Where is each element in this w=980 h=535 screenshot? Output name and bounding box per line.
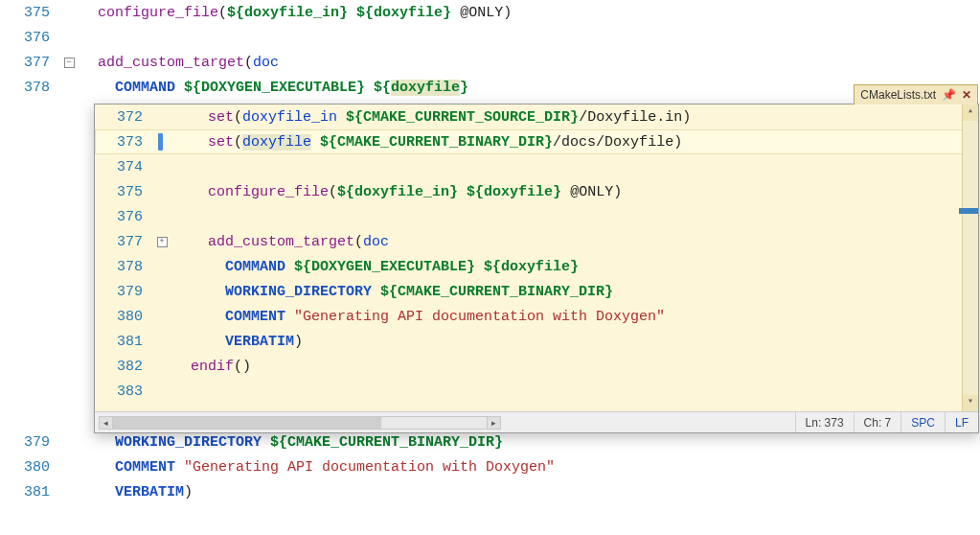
peek-popup: CMakeLists.txt 📌 ✕ 372set(doxyfile_in ${… xyxy=(94,104,979,433)
line-number: 378 xyxy=(0,80,57,96)
line-number: 377 xyxy=(0,55,57,71)
code-token: ( xyxy=(354,234,363,250)
code-token: ) xyxy=(294,334,303,350)
scroll-down-icon[interactable]: ▾ xyxy=(963,395,978,411)
code-line[interactable]: 373set(doxyfile ${CMAKE_CURRENT_BINARY_D… xyxy=(95,129,978,154)
code-token: ( xyxy=(329,184,337,200)
code-token xyxy=(175,80,184,96)
code-token: set xyxy=(208,109,234,126)
code-line[interactable]: 377−add_custom_target(doc xyxy=(0,50,980,75)
code-token: @ONLY) xyxy=(561,184,622,200)
line-number: 380 xyxy=(95,309,150,325)
horizontal-scrollbar[interactable]: ◂ ▸ xyxy=(99,416,501,430)
code-token: VERBATIM xyxy=(225,334,294,350)
code-token: set xyxy=(208,134,234,151)
code-token: doc xyxy=(253,55,279,71)
line-number: 376 xyxy=(0,30,57,46)
fold-gutter: + xyxy=(150,237,173,247)
code-token: ${doxyfile} xyxy=(484,259,579,275)
status-line: Ln: 373 xyxy=(795,412,854,432)
code-line[interactable]: 377+add_custom_target(doc xyxy=(95,229,978,254)
code-token: ${CMAKE_CURRENT_BINARY_DIR} xyxy=(320,134,553,151)
line-number: 377 xyxy=(95,234,150,250)
status-indent[interactable]: SPC xyxy=(900,412,945,432)
code-token: } xyxy=(460,80,468,96)
code-token: ${ xyxy=(374,80,391,96)
code-line[interactable]: 378COMMAND ${DOXYGEN_EXECUTABLE} ${doxyf… xyxy=(0,75,980,100)
code-token: ) xyxy=(184,484,193,500)
code-line[interactable]: 376 xyxy=(0,25,980,50)
code-token xyxy=(175,459,184,476)
code-token: () xyxy=(234,359,251,375)
fold-toggle-icon[interactable]: + xyxy=(157,237,168,247)
status-eol[interactable]: LF xyxy=(945,412,978,432)
code-line[interactable]: 383 xyxy=(95,379,978,404)
code-line[interactable]: 376 xyxy=(95,204,978,229)
code-line[interactable]: 372set(doxyfile_in ${CMAKE_CURRENT_SOURC… xyxy=(95,105,978,129)
line-number: 381 xyxy=(95,334,150,350)
code-token: "Generating API documentation with Doxyg… xyxy=(184,459,555,476)
line-number: 378 xyxy=(95,259,150,275)
code-line[interactable]: 375configure_file(${doxyfile_in} ${doxyf… xyxy=(95,179,978,204)
code-token xyxy=(311,134,320,151)
status-col: Ch: 7 xyxy=(854,412,901,432)
line-number: 372 xyxy=(95,109,150,126)
scroll-thumb[interactable] xyxy=(113,417,381,429)
code-token xyxy=(337,109,346,126)
code-token: @ONLY) xyxy=(451,5,512,21)
scroll-up-icon[interactable]: ▴ xyxy=(963,105,978,121)
line-number: 380 xyxy=(0,459,57,476)
line-number: 381 xyxy=(0,484,57,500)
fold-toggle-icon[interactable]: − xyxy=(64,58,75,68)
code-token: doxyfile xyxy=(242,134,311,151)
close-icon[interactable]: ✕ xyxy=(962,88,971,102)
code-line[interactable]: 379WORKING_DIRECTORY ${CMAKE_CURRENT_BIN… xyxy=(95,279,978,304)
scroll-left-icon[interactable]: ◂ xyxy=(100,417,113,429)
code-line[interactable]: 374 xyxy=(95,154,978,179)
line-number: 382 xyxy=(95,359,150,375)
code-line[interactable]: 375configure_file(${doxyfile_in} ${doxyf… xyxy=(0,0,980,25)
code-line[interactable]: 380COMMENT "Generating API documentation… xyxy=(0,454,980,479)
code-token: WORKING_DIRECTORY xyxy=(225,284,372,300)
line-number: 379 xyxy=(0,434,57,451)
code-token: ${DOXYGEN_EXECUTABLE} xyxy=(184,80,365,96)
code-token xyxy=(285,259,294,275)
code-token: doxyfile_in xyxy=(242,109,337,126)
code-token: configure_file xyxy=(208,184,329,200)
code-token: COMMAND xyxy=(225,259,285,275)
code-token: /docs/Doxyfile) xyxy=(553,134,682,151)
peek-statusbar: ◂ ▸ Ln: 373 Ch: 7 SPC LF xyxy=(95,411,978,432)
code-line[interactable]: 382endif() xyxy=(95,354,978,379)
code-token xyxy=(262,434,270,451)
code-token xyxy=(372,284,380,300)
code-token: ( xyxy=(244,55,253,71)
code-line[interactable]: 381VERBATIM) xyxy=(95,329,978,354)
line-number: 373 xyxy=(95,134,150,151)
scroll-right-icon[interactable]: ▸ xyxy=(487,417,500,429)
code-token: ${DOXYGEN_EXECUTABLE} xyxy=(294,259,475,275)
peek-tab: CMakeLists.txt 📌 ✕ xyxy=(854,84,978,105)
code-token: ${doxyfile_in} xyxy=(337,184,458,200)
code-token: ${CMAKE_CURRENT_SOURCE_DIR} xyxy=(346,109,579,126)
code-token: ( xyxy=(234,134,242,151)
code-token: add_custom_target xyxy=(98,55,244,71)
code-token: ${CMAKE_CURRENT_BINARY_DIR} xyxy=(380,284,613,300)
code-line[interactable]: 381VERBATIM) xyxy=(0,479,980,504)
vertical-scrollbar[interactable]: ▴ ▾ xyxy=(962,105,978,411)
pin-icon[interactable]: 📌 xyxy=(942,88,956,102)
peek-body[interactable]: 372set(doxyfile_in ${CMAKE_CURRENT_SOURC… xyxy=(95,105,978,411)
line-number: 379 xyxy=(95,284,150,300)
code-line[interactable]: 380COMMENT "Generating API documentation… xyxy=(95,304,978,329)
code-token: VERBATIM xyxy=(115,484,184,500)
line-number: 374 xyxy=(95,159,150,175)
code-token: endif xyxy=(191,359,234,375)
code-token: ${doxyfile} xyxy=(356,5,451,21)
code-token xyxy=(475,259,484,275)
fold-gutter: − xyxy=(57,58,80,68)
code-token: WORKING_DIRECTORY xyxy=(115,434,262,451)
code-token: /Doxyfile.in) xyxy=(579,109,691,126)
code-token: ${doxyfile} xyxy=(467,184,561,200)
line-number: 375 xyxy=(0,5,57,21)
code-line[interactable]: 378COMMAND ${DOXYGEN_EXECUTABLE} ${doxyf… xyxy=(95,254,978,279)
code-token xyxy=(458,184,467,200)
